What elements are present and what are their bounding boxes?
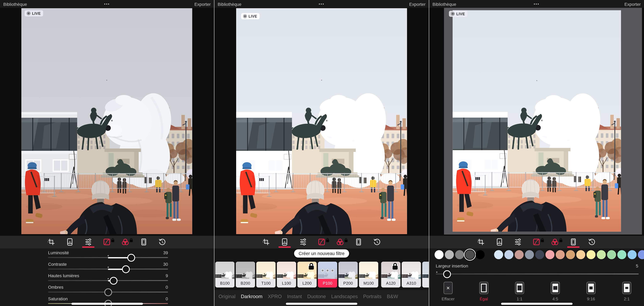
color-swatch-9[interactable] [535,250,544,259]
adjust-tool-button[interactable] [84,238,92,246]
crop-tool-button[interactable] [262,238,270,246]
tab-bandw[interactable]: B&W [387,294,398,300]
color-swatch-12[interactable] [566,250,575,259]
panel-frame: Bibliothèque•••Exporter [429,0,644,306]
filter-thumb-l200[interactable]: L200 [297,262,317,288]
curves-tool-button[interactable] [103,238,111,246]
color-mix-tool-button[interactable] [336,238,344,246]
curves-tool-button[interactable] [318,238,326,246]
ratio-icon-window [553,286,557,290]
photo-preview[interactable]: LIVE [236,8,407,234]
live-photo-badge: LIVE [25,10,43,16]
filter-thumb-m100[interactable]: M100 [359,262,378,288]
ratio-option-égal[interactable]: Égal [472,282,496,301]
color-swatch-0[interactable] [434,250,444,259]
insert-width-track[interactable] [436,274,639,274]
color-swatch-3[interactable] [466,250,474,259]
color-swatch-19[interactable] [638,250,644,259]
filters-tool-button[interactable] [66,238,74,246]
tab-darkroom[interactable]: Darkroom [241,294,262,300]
slider-knob[interactable] [104,288,112,296]
adjust-tool-button[interactable] [299,238,307,246]
color-swatch-15[interactable] [597,250,606,259]
more-menu-button[interactable]: ••• [429,2,644,6]
filter-thumbnail-row[interactable]: B100 [214,262,429,288]
export-button[interactable]: Exporter [409,2,426,6]
filter-category-tabs: OriginalDarkroomXPROInstantDuotoneLandsc… [218,294,398,300]
color-swatch-4[interactable] [476,250,484,259]
edit-toolbar [214,236,429,248]
filters-tool-button[interactable] [495,238,504,246]
color-swatch-13[interactable] [576,250,585,259]
filter-thumb-t100[interactable]: T100 [256,262,276,288]
tab-instant[interactable]: Instant [287,294,302,300]
ratio-option-effacer[interactable]: ✕Effacer [436,282,460,301]
color-swatch-10[interactable] [546,250,554,259]
color-mix-tool-button[interactable] [551,238,559,246]
slider-row-hautes-lumières: Hautes lumières9 [0,273,214,284]
home-indicator[interactable] [501,303,572,305]
tab-landscapes[interactable]: Landscapes [331,294,358,300]
frame-canvas[interactable]: LIVE [444,8,642,234]
filter-thumb-b200[interactable]: B200 [236,262,255,288]
photo-preview[interactable]: LIVE [22,8,192,234]
slider-knob[interactable] [128,254,135,262]
color-swatch-7[interactable] [514,250,524,259]
color-swatch-16[interactable] [607,250,616,259]
color-swatch-1[interactable] [445,250,454,259]
history-tool-button[interactable] [158,238,166,246]
tab-duotone[interactable]: Duotone [307,294,326,300]
curves-tool-button[interactable] [532,238,540,246]
color-swatch-8[interactable] [525,250,534,259]
tab-portraits[interactable]: Portraits [363,294,382,300]
slider-knob[interactable] [110,276,117,284]
export-button[interactable]: Exporter [624,2,641,6]
filter-thumb-a120[interactable]: A120 [381,262,400,288]
history-tool-button[interactable] [588,238,596,246]
home-indicator[interactable] [286,303,358,305]
color-swatch-6[interactable] [504,250,513,259]
ratio-option-2-1[interactable]: 2:1 [614,282,639,301]
color-swatch-2[interactable] [455,250,464,259]
filters-tool-button[interactable] [280,238,289,246]
more-menu-button[interactable]: ••• [214,2,429,6]
tab-xpro[interactable]: XPRO [268,294,282,300]
more-menu-button[interactable]: ••• [0,2,214,6]
color-mix-tool-button[interactable] [121,238,130,246]
lock-icon [344,238,348,242]
ratio-icon [479,282,488,294]
color-swatch-5[interactable] [494,250,503,259]
ratio-option-1-1[interactable]: 1:1 [507,282,532,301]
export-button[interactable]: Exporter [194,2,211,6]
filter-thumb-label: L200 [297,279,317,288]
crop-tool-button[interactable] [47,238,55,246]
create-filter-tooltip-text[interactable]: Créer un nouveau filtre [294,250,349,258]
crop-tool-button[interactable] [477,238,485,246]
filter-thumb-l100[interactable]: L100 [277,262,296,288]
color-swatch-17[interactable] [617,250,626,259]
filter-thumb-b100[interactable]: B100 [215,262,234,288]
photo-preview[interactable] [453,10,621,232]
color-swatch-14[interactable] [586,250,596,259]
frame-tool-button[interactable] [569,238,578,246]
insert-width-knob[interactable] [443,270,451,278]
frame-tool-button[interactable] [140,238,148,246]
filter-thumb-a3[interactable]: A3 [422,262,429,288]
crop-icon [262,238,270,246]
frame-icon [140,238,148,246]
home-indicator[interactable] [71,303,143,305]
ratio-option-4-5[interactable]: 4:5 [543,282,568,301]
filter-thumb-p200[interactable]: P200 [338,262,358,288]
filter-thumb-a310[interactable]: A310 [402,262,421,288]
tab-original[interactable]: Original [218,294,236,300]
color-swatch-11[interactable] [556,250,564,259]
adjust-tool-button[interactable] [514,238,522,246]
ratio-option-9-16[interactable]: 9:16 [579,282,604,301]
slider-knob[interactable] [122,265,130,273]
filter-thumb-p100[interactable]: P100 [318,262,337,288]
lock-icon [392,262,398,270]
frame-tool-button[interactable] [354,238,362,246]
slider-row-luminosité: Luminosité39 [0,250,214,261]
color-swatch-18[interactable] [628,250,636,259]
history-tool-button[interactable] [373,238,381,246]
